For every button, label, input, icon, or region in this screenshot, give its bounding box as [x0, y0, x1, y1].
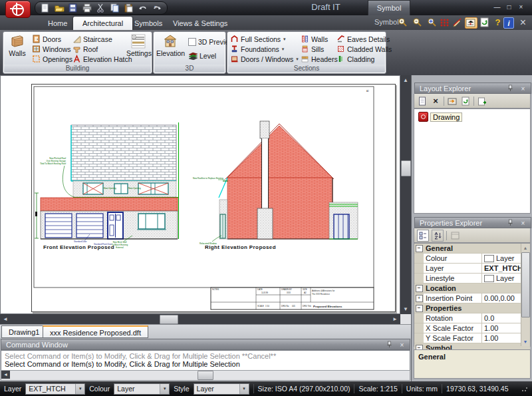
- properties-grid[interactable]: −General ColourLayer LayerEXT_HTCH Lines…: [414, 243, 531, 347]
- scroll-down-icon[interactable]: ▼: [521, 337, 529, 346]
- level-button[interactable]: Level: [188, 51, 216, 61]
- zoom-out-icon[interactable]: [412, 17, 424, 29]
- new-file-icon[interactable]: [41, 3, 50, 13]
- delete-layout-icon[interactable]: ×: [430, 96, 441, 106]
- layout-item-drawing[interactable]: Drawing: [418, 112, 526, 122]
- doc-tab-drawing1[interactable]: Drawing1: [1, 325, 47, 338]
- properties-scrollbar[interactable]: ▲ ▼: [521, 244, 530, 346]
- print-icon[interactable]: [82, 3, 92, 13]
- pin-icon[interactable]: [507, 219, 516, 228]
- settings-button[interactable]: Settings: [126, 34, 150, 57]
- property-row[interactable]: +Insertion Point0.00,0.00: [414, 294, 530, 303]
- qat-overflow-chevron-icon[interactable]: ▾: [154, 4, 157, 10]
- resize-grip[interactable]: [521, 385, 528, 392]
- drawing-sheet[interactable]: A2: [31, 84, 396, 312]
- doors-windows-button[interactable]: Doors / Windows▾: [230, 54, 299, 64]
- undo-icon[interactable]: [138, 3, 148, 13]
- close-icon[interactable]: ×: [519, 219, 527, 228]
- pin-icon[interactable]: [507, 85, 516, 93]
- tab-architectural[interactable]: Architectural: [73, 17, 132, 30]
- property-category[interactable]: −Location: [414, 284, 530, 294]
- properties-toolbar: [414, 228, 531, 243]
- help-icon[interactable]: ?: [492, 17, 503, 29]
- pin-icon[interactable]: [386, 341, 395, 349]
- doors-button[interactable]: Doors: [32, 34, 61, 44]
- eaves-details-button[interactable]: Eaves Details: [336, 34, 390, 44]
- draw-toggle-icon[interactable]: [452, 17, 464, 29]
- scroll-down-icon[interactable]: ▼: [401, 305, 410, 313]
- cladded-walls-button[interactable]: Cladded Walls: [336, 44, 392, 54]
- layer-dropdown[interactable]: EXT_HTCH▾: [25, 383, 85, 395]
- property-row[interactable]: LayerEXT_HTCH: [414, 264, 530, 274]
- tab-home[interactable]: Home: [39, 17, 76, 30]
- cmd-scroll-thumb[interactable]: [198, 371, 213, 380]
- layout-list[interactable]: Drawing: [414, 108, 531, 214]
- info-icon[interactable]: i: [503, 17, 514, 29]
- cladding-button[interactable]: Cladding: [336, 54, 374, 64]
- paste-icon[interactable]: [124, 3, 134, 13]
- scroll-left-icon[interactable]: ◄: [1, 315, 10, 323]
- symbol-tool-icon[interactable]: [465, 17, 477, 29]
- elevation-button[interactable]: Elevation: [156, 34, 184, 57]
- svg-text:DRG Title: DRG Title: [303, 305, 311, 307]
- openings-button[interactable]: Openings: [32, 54, 72, 64]
- command-history[interactable]: Select Command or Item(s) to Modify, Cli…: [1, 350, 410, 371]
- add-layout-icon[interactable]: [477, 96, 487, 106]
- windows-button[interactable]: Windows: [32, 44, 71, 54]
- properties-explorer-panel: Properties Explorer × −General ColourLay…: [414, 216, 531, 228]
- scroll-up-icon[interactable]: ▲: [401, 76, 410, 85]
- copy-icon[interactable]: [110, 3, 120, 13]
- walls-button[interactable]: Walls: [5, 34, 29, 57]
- maximize-button[interactable]: □: [504, 3, 514, 12]
- scroll-up-icon[interactable]: ▲: [521, 244, 529, 252]
- property-category[interactable]: −General: [414, 244, 530, 254]
- property-row[interactable]: ColourLayer: [414, 254, 530, 264]
- tab-views-settings[interactable]: Views & Settings: [164, 17, 237, 30]
- property-row[interactable]: LinestyleLayer: [414, 274, 530, 284]
- canvas-vertical-scrollbar[interactable]: ▲ ▼: [400, 75, 411, 314]
- section-walls-button[interactable]: Walls: [301, 34, 328, 44]
- refresh-icon[interactable]: [479, 17, 491, 29]
- save-icon[interactable]: [68, 3, 78, 13]
- style-dropdown[interactable]: Layer▾: [194, 383, 249, 395]
- foundations-button[interactable]: Foundations▾: [230, 44, 284, 54]
- full-sections-button[interactable]: Full Sections▾: [230, 34, 286, 44]
- staircase-button[interactable]: Staircase: [72, 34, 112, 44]
- contextual-tab-symbol[interactable]: Symbol: [368, 0, 410, 16]
- panel-close-icon[interactable]: ×: [517, 17, 529, 29]
- categorized-view-icon[interactable]: [417, 230, 429, 242]
- property-row[interactable]: X Scale Factor1.00: [414, 323, 530, 333]
- snap-grid-icon[interactable]: [440, 17, 451, 29]
- scroll-left-icon[interactable]: ◄: [1, 371, 10, 379]
- canvas-horizontal-scrollbar[interactable]: ◄ ►: [0, 314, 400, 324]
- refresh-layout-icon[interactable]: [460, 96, 471, 106]
- elevation-hatch-button[interactable]: Elevation Hatch: [72, 54, 132, 64]
- doc-tab-residence[interactable]: xxx Residence Proposed.dft: [43, 325, 148, 338]
- cut-icon[interactable]: [96, 3, 106, 13]
- vscroll-thumb[interactable]: [401, 160, 411, 176]
- property-category[interactable]: −Properties: [414, 303, 530, 313]
- colour-dropdown[interactable]: Layer▾: [114, 383, 170, 395]
- close-button[interactable]: ×: [516, 3, 526, 12]
- zoom-in-icon[interactable]: [398, 17, 409, 29]
- roof-button[interactable]: Roof: [72, 44, 98, 54]
- minimize-button[interactable]: —: [492, 3, 502, 12]
- window-icon: [32, 45, 41, 53]
- command-scrollbar[interactable]: ◄: [1, 370, 410, 381]
- property-row[interactable]: Y Scale Factor1.00: [414, 333, 530, 343]
- sills-button[interactable]: Sills: [301, 44, 324, 54]
- app-menu-button[interactable]: [5, 1, 31, 18]
- headers-button[interactable]: Headers: [301, 54, 338, 64]
- export-layout-icon[interactable]: [447, 96, 458, 106]
- open-file-icon[interactable]: [55, 3, 64, 13]
- ribbon-group-sections: Full Sections▾ Foundations▾ Doors / Wind…: [227, 31, 386, 74]
- hscroll-thumb[interactable]: [160, 315, 178, 324]
- checkbox-icon[interactable]: [188, 38, 196, 46]
- scroll-right-icon[interactable]: ►: [390, 315, 400, 323]
- property-row[interactable]: Rotation0.0: [414, 313, 530, 323]
- close-icon[interactable]: ×: [398, 341, 406, 349]
- zoom-pan-icon[interactable]: [427, 17, 438, 29]
- new-layout-icon[interactable]: [417, 96, 428, 106]
- sort-alpha-icon[interactable]: [432, 230, 444, 242]
- close-icon[interactable]: ×: [519, 85, 527, 93]
